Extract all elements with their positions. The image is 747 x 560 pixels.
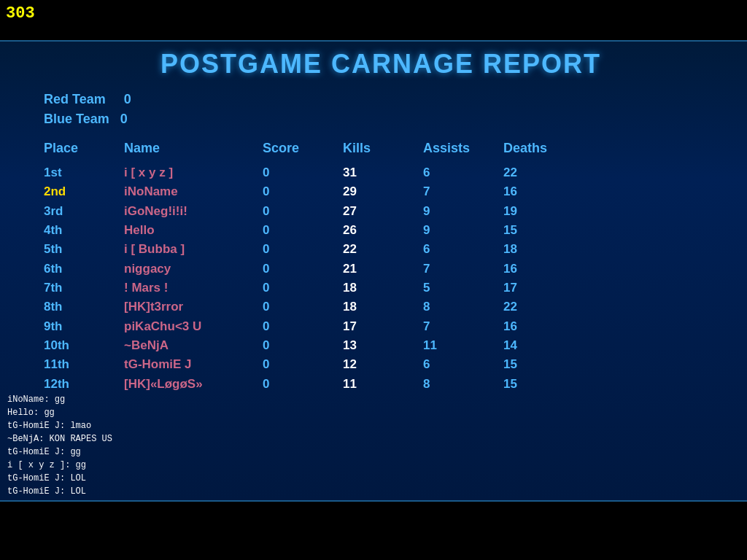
row-deaths: 19	[503, 202, 584, 221]
row-assists: 8	[423, 298, 503, 316]
table-row: 3rd iGoNeg!i!i! 0 27 9 19	[44, 202, 718, 221]
timer-display: 303	[6, 4, 35, 23]
header-place: Place	[44, 141, 124, 156]
row-name: Hello	[124, 221, 263, 240]
team-scores: Red Team 0 Blue Team 0	[44, 90, 718, 129]
row-name: i [ Bubba ]	[124, 240, 263, 259]
row-kills: 27	[343, 202, 423, 221]
header-assists: Assists	[423, 141, 503, 156]
row-score: 0	[263, 260, 343, 279]
row-place: 11th	[44, 355, 124, 374]
row-kills: 18	[343, 279, 423, 298]
table-header: Place Name Score Kills Assists Deaths	[44, 141, 718, 159]
row-name: [HK]t3rror	[124, 298, 263, 316]
table-row: 9th piKaChu<3 U 0 17 7 16	[44, 317, 718, 336]
row-assists: 7	[423, 260, 503, 279]
row-assists: 8	[423, 375, 503, 394]
bottom-bar	[0, 502, 747, 560]
chat-line: tG-HomiE J: LOL	[7, 472, 112, 485]
row-kills: 22	[343, 240, 423, 259]
row-assists: 9	[423, 202, 503, 221]
row-place: 4th	[44, 221, 124, 240]
row-kills: 18	[343, 298, 423, 316]
row-place: 9th	[44, 317, 124, 336]
header-name: Name	[124, 141, 263, 156]
chat-line: tG-HomiE J: gg	[7, 446, 112, 459]
row-assists: 6	[423, 355, 503, 374]
row-score: 0	[263, 279, 343, 298]
row-deaths: 16	[503, 317, 584, 336]
row-deaths: 18	[503, 240, 584, 259]
row-place: 8th	[44, 298, 124, 316]
red-team-score: 0	[124, 92, 131, 106]
row-kills: 26	[343, 221, 423, 240]
table-row: 8th [HK]t3rror 0 18 8 22	[44, 298, 718, 316]
row-score: 0	[263, 336, 343, 355]
row-assists: 5	[423, 279, 503, 298]
row-name: tG-HomiE J	[124, 355, 263, 374]
row-deaths: 16	[503, 182, 584, 201]
row-kills: 21	[343, 260, 423, 279]
row-place: 5th	[44, 240, 124, 259]
row-deaths: 22	[503, 298, 584, 316]
blue-team-score: 0	[120, 112, 128, 126]
blue-team-label: Blue Team	[44, 112, 109, 126]
row-place: 3rd	[44, 202, 124, 221]
row-deaths: 15	[503, 221, 584, 240]
row-name: i [ x y z ]	[124, 163, 263, 182]
row-deaths: 22	[503, 163, 584, 182]
table-row: 11th tG-HomiE J 0 12 6 15	[44, 355, 718, 374]
header-score: Score	[263, 141, 343, 156]
row-score: 0	[263, 182, 343, 201]
chat-box: iNoName: ggHello: ggtG-HomiE J: lmao~BeN…	[7, 393, 112, 498]
row-place: 10th	[44, 336, 124, 355]
row-name: niggacy	[124, 260, 263, 279]
row-name: [HK]«LøgøS»	[124, 375, 263, 394]
chat-line: tG-HomiE J: lmao	[7, 419, 112, 432]
row-name: ~BeNjA	[124, 336, 263, 355]
table-row: 2nd iNoName 0 29 7 16	[44, 182, 718, 201]
table-body: 1st i [ x y z ] 0 31 6 22 2nd iNoName 0 …	[44, 163, 718, 394]
row-score: 0	[263, 298, 343, 316]
row-assists: 7	[423, 182, 503, 201]
table-row: 5th i [ Bubba ] 0 22 6 18	[44, 240, 718, 259]
row-kills: 13	[343, 336, 423, 355]
table-row: 10th ~BeNjA 0 13 11 14	[44, 336, 718, 355]
row-assists: 9	[423, 221, 503, 240]
table-row: 6th niggacy 0 21 7 16	[44, 260, 718, 279]
scoreboard: Place Name Score Kills Assists Deaths 1s…	[44, 141, 718, 394]
row-score: 0	[263, 163, 343, 182]
row-score: 0	[263, 221, 343, 240]
row-assists: 6	[423, 240, 503, 259]
blue-team-line: Blue Team 0	[44, 109, 718, 129]
report-title: POSTGAME CARNAGE REPORT	[44, 49, 718, 79]
table-row: 12th [HK]«LøgøS» 0 11 8 15	[44, 375, 718, 394]
row-kills: 11	[343, 375, 423, 394]
row-kills: 12	[343, 355, 423, 374]
row-deaths: 17	[503, 279, 584, 298]
row-score: 0	[263, 202, 343, 221]
row-place: 12th	[44, 375, 124, 394]
row-place: 2nd	[44, 182, 124, 201]
table-row: 4th Hello 0 26 9 15	[44, 221, 718, 240]
chat-line: Hello: gg	[7, 406, 112, 419]
header-deaths: Deaths	[503, 141, 584, 156]
row-name: iGoNeg!i!i!	[124, 202, 263, 221]
row-assists: 6	[423, 163, 503, 182]
row-score: 0	[263, 355, 343, 374]
row-assists: 7	[423, 317, 503, 336]
chat-line: ~BeNjA: KON RAPES US	[7, 432, 112, 446]
header-kills: Kills	[343, 141, 423, 156]
chat-line: i [ x y z ]: gg	[7, 459, 112, 472]
row-deaths: 15	[503, 375, 584, 394]
row-deaths: 16	[503, 260, 584, 279]
row-kills: 29	[343, 182, 423, 201]
red-team-label: Red Team	[44, 92, 106, 106]
chat-line: iNoName: gg	[7, 393, 112, 406]
row-kills: 17	[343, 317, 423, 336]
chat-line: tG-HomiE J: LOL	[7, 485, 112, 498]
row-score: 0	[263, 240, 343, 259]
row-name: ! Mars !	[124, 279, 263, 298]
row-name: piKaChu<3 U	[124, 317, 263, 336]
row-kills: 31	[343, 163, 423, 182]
